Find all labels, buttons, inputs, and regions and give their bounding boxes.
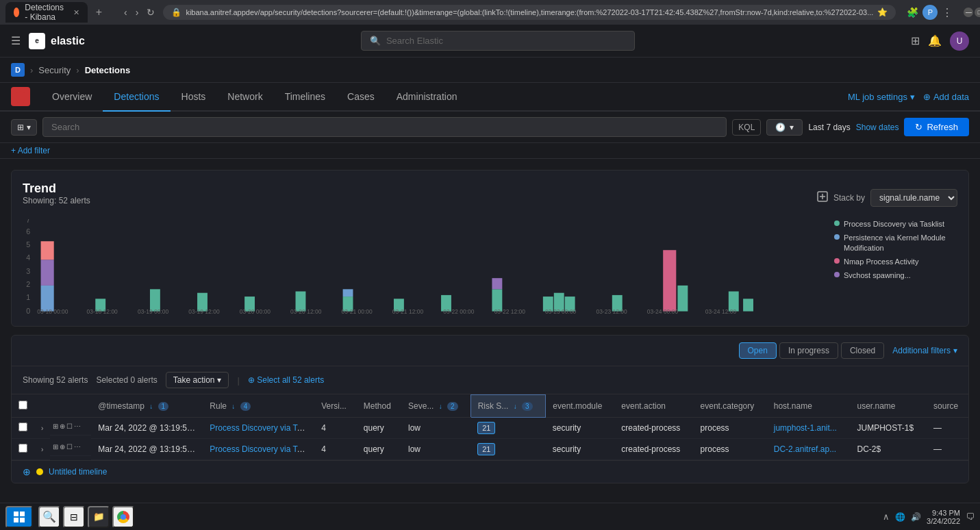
- profile-button[interactable]: P: [922, 5, 938, 20]
- svg-text:4: 4: [26, 253, 30, 262]
- nav-item-hosts[interactable]: Hosts: [171, 83, 217, 112]
- add-data-button[interactable]: ⊕ Add data: [923, 92, 969, 102]
- time-range-button[interactable]: 🕐 ▾: [766, 119, 803, 136]
- row-action-btn-4[interactable]: ⊞: [53, 443, 58, 451]
- filter-type-icon: ⊞: [17, 123, 24, 132]
- col-header-checkbox: [12, 395, 34, 418]
- row-action-btn-0[interactable]: ⊞: [53, 422, 58, 430]
- win-minimize[interactable]: —: [964, 8, 973, 17]
- breadcrumb-separator: ›: [30, 65, 33, 75]
- row-timestamp-1: Mar 24, 2022 @ 13:19:58.162: [91, 438, 203, 459]
- start-button[interactable]: [5, 506, 33, 528]
- nav-item-administration[interactable]: Administration: [386, 83, 468, 112]
- sort-icon-risk: ↓: [514, 403, 517, 410]
- take-action-button[interactable]: Take action ▾: [166, 372, 229, 388]
- trend-title: Trend: [23, 181, 90, 196]
- tab-close-icon[interactable]: ✕: [73, 8, 79, 17]
- table-header-row: @timestamp ↓ 1 Rule ↓ 4 Versi... Method: [12, 395, 968, 418]
- nav-item-overview[interactable]: Overview: [41, 83, 103, 112]
- global-search-bar[interactable]: 🔍 Search Elastic: [361, 31, 635, 51]
- filter-type-button[interactable]: ⊞ ▾: [11, 119, 37, 136]
- kql-button[interactable]: KQL: [732, 119, 761, 136]
- row-action-btn-5[interactable]: ⊕: [60, 443, 65, 451]
- timeline-footer: ⊕ Untitled timeline: [12, 460, 968, 483]
- add-timeline-button[interactable]: ⊕: [23, 466, 31, 477]
- row-username-1: DC-2$: [850, 438, 927, 459]
- col-header-risk-score[interactable]: Risk S... ↓ 3: [470, 395, 546, 418]
- row-expand-1[interactable]: ›: [34, 438, 50, 459]
- main-nav: Overview Detections Hosts Network Timeli…: [0, 83, 980, 112]
- chrome-taskbar-button[interactable]: [112, 506, 134, 528]
- hamburger-menu-button[interactable]: ☰: [11, 34, 21, 47]
- svg-text:2: 2: [26, 280, 30, 288]
- address-bar[interactable]: 🔒 kibana.anitref.appdev/app/security/det…: [163, 5, 896, 20]
- svg-text:03-22 00:00: 03-22 00:00: [443, 308, 475, 315]
- select-all-button[interactable]: ⊕ Select all 52 alerts: [248, 375, 324, 385]
- svg-text:03-24 00:00: 03-24 00:00: [647, 308, 679, 315]
- col-header-timestamp[interactable]: @timestamp ↓ 1: [91, 395, 203, 418]
- alerts-panel: Open In progress Closed Additional filte…: [11, 335, 969, 483]
- forward-button[interactable]: ›: [133, 4, 142, 21]
- ml-settings-button[interactable]: ML job settings ▾: [848, 92, 915, 102]
- taskview-button[interactable]: ⊟: [63, 506, 85, 528]
- col-header-rule[interactable]: Rule ↓ 4: [203, 395, 314, 418]
- time-range-label: Last 7 days: [808, 123, 850, 132]
- back-button[interactable]: ‹: [121, 4, 130, 21]
- rule-link-0[interactable]: Process Discovery via Tas...: [210, 423, 312, 433]
- col-header-version: Versi...: [314, 395, 357, 418]
- search-input[interactable]: [42, 117, 727, 137]
- search-taskbar-button[interactable]: 🔍: [38, 506, 60, 528]
- user-avatar-button[interactable]: U: [950, 31, 969, 51]
- row-expand-0[interactable]: ›: [34, 417, 50, 438]
- topbar-grid-button[interactable]: ⊞: [911, 34, 920, 47]
- col-header-severity[interactable]: Seve... ↓ 2: [401, 395, 470, 418]
- win-maximize[interactable]: □: [975, 8, 980, 17]
- row-version-1: 4: [314, 438, 357, 459]
- row-action-btn-7[interactable]: ⋯: [74, 443, 81, 451]
- trend-zoom-button[interactable]: [817, 191, 828, 204]
- row-action-btn-2[interactable]: ☐: [66, 422, 73, 430]
- status-in-progress-button[interactable]: In progress: [779, 342, 838, 359]
- nav-item-detections[interactable]: Detections: [103, 83, 170, 112]
- breadcrumb-security-link[interactable]: Security: [38, 65, 71, 75]
- sort-badge-severity: 2: [447, 402, 458, 411]
- row-event-action-1: created-process: [614, 438, 693, 459]
- col-header-method: Method: [357, 395, 401, 418]
- sort-badge-timestamp: 1: [158, 402, 169, 411]
- stack-by-label: Stack by: [833, 193, 865, 203]
- row-event-category-0: process: [694, 417, 767, 438]
- additional-filters-button[interactable]: Additional filters ▾: [892, 346, 957, 355]
- notification-center-button[interactable]: 🗨: [966, 512, 975, 522]
- row-action-btn-6[interactable]: ☐: [66, 443, 73, 451]
- nav-item-cases[interactable]: Cases: [336, 83, 386, 112]
- nav-item-timelines[interactable]: Timelines: [274, 83, 336, 112]
- volume-icon[interactable]: 🔊: [911, 512, 921, 522]
- row-timestamp-0: Mar 24, 2022 @ 13:19:58.162: [91, 417, 203, 438]
- row-checkbox-1[interactable]: [12, 438, 34, 459]
- reload-button[interactable]: ↻: [144, 4, 158, 21]
- browser-menu-button[interactable]: ⋮: [942, 6, 953, 19]
- rule-link-1[interactable]: Process Discovery via Tas...: [210, 444, 312, 454]
- row-checkbox-0[interactable]: [12, 417, 34, 438]
- show-dates-button[interactable]: Show dates: [856, 123, 899, 132]
- timeline-link[interactable]: Untitled timeline: [49, 467, 107, 477]
- nav-right: ML job settings ▾ ⊕ Add data: [848, 92, 969, 102]
- network-icon[interactable]: 🌐: [895, 512, 905, 522]
- new-tab-button[interactable]: +: [93, 3, 105, 21]
- row-action-btn-3[interactable]: ⋯: [74, 422, 81, 430]
- topbar-notification-button[interactable]: 🔔: [928, 34, 942, 47]
- refresh-button[interactable]: ↻ Refresh: [904, 118, 969, 136]
- security-nav-logo: [11, 87, 30, 106]
- row-action-btn-1[interactable]: ⊕: [60, 422, 65, 430]
- explorer-taskbar-button[interactable]: 📁: [88, 506, 110, 528]
- nav-item-network[interactable]: Network: [216, 83, 273, 112]
- system-tray-arrow[interactable]: ∧: [883, 512, 890, 522]
- extensions-button[interactable]: 🧩: [907, 7, 918, 18]
- col-header-event-action: event.action: [614, 395, 693, 418]
- status-closed-button[interactable]: Closed: [841, 342, 884, 359]
- browser-tab[interactable]: Detections - Kibana ✕: [5, 2, 88, 23]
- stack-by-select[interactable]: signal.rule.name: [870, 189, 957, 207]
- add-filter-button[interactable]: + Add filter: [11, 146, 50, 155]
- status-open-button[interactable]: Open: [739, 342, 777, 359]
- select-all-checkbox[interactable]: [18, 401, 27, 409]
